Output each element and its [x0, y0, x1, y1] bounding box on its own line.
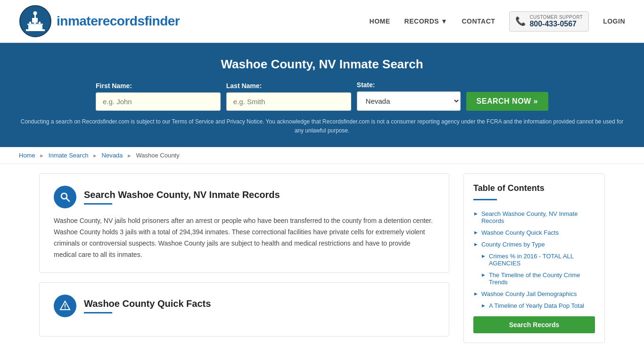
svg-rect-9 [27, 24, 43, 25]
toc-item-4[interactable]: ► Washoe County Jail Demographics [473, 288, 595, 300]
first-name-input[interactable] [96, 92, 221, 111]
section-facts-header: Washoe County Quick Facts [54, 295, 435, 317]
alert-icon-circle [54, 295, 76, 317]
first-name-label: First Name: [96, 82, 221, 90]
last-name-input[interactable] [226, 92, 351, 111]
svg-point-13 [65, 308, 66, 309]
breadcrumb-sep-2: ► [92, 153, 98, 158]
section-facts-title-group: Washoe County Quick Facts [84, 298, 211, 313]
state-select[interactable]: Nevada Alabama Alaska Arizona California [357, 91, 461, 111]
chevron-icon-4: ► [481, 253, 486, 259]
section-search-title-group: Search Washoe County, NV Inmate Records [84, 189, 280, 205]
breadcrumb-current: Washoe County [136, 152, 179, 159]
nav-contact[interactable]: CONTACT [462, 17, 495, 25]
section-search-header: Search Washoe County, NV Inmate Records [54, 186, 435, 208]
chevron-icon-3: ► [473, 241, 479, 247]
alert-icon [59, 300, 71, 312]
state-group: State: Nevada Alabama Alaska Arizona Cal… [357, 81, 461, 111]
toc-item-2[interactable]: ► Washoe County Quick Facts [473, 227, 595, 239]
nav-records[interactable]: RECORDS ▼ [405, 17, 448, 25]
support-label: CUSTOMER SUPPORT [529, 15, 583, 20]
section-search-body: Washoe County, NV jails hold prisoners a… [54, 215, 435, 260]
page-header: inmaterecordsfinder HOME RECORDS ▼ CONTA… [0, 0, 644, 43]
nav-login[interactable]: LOGIN [603, 17, 625, 25]
breadcrumb: Home ► Inmate Search ► Nevada ► Washoe C… [0, 147, 644, 164]
svg-point-8 [33, 11, 37, 15]
nav-home[interactable]: HOME [370, 17, 390, 25]
logo-area: inmaterecordsfinder [19, 5, 180, 38]
sidebar-cta-button[interactable]: Search Records [473, 316, 595, 333]
chevron-icon-5: ► [481, 272, 486, 278]
breadcrumb-nevada[interactable]: Nevada [102, 152, 123, 159]
last-name-group: Last Name: [226, 82, 351, 111]
toc-title: Table of Contents [473, 183, 595, 193]
section-facts-title: Washoe County Quick Facts [84, 298, 211, 309]
search-button[interactable]: SEARCH NOW » [466, 92, 548, 111]
chevron-icon-2: ► [473, 230, 479, 235]
sidebar: Table of Contents ► Search Washoe County… [463, 173, 605, 343]
svg-line-11 [66, 198, 70, 202]
toc-item-1[interactable]: ► Search Washoe County, NV Inmate Record… [473, 208, 595, 227]
content-area: Search Washoe County, NV Inmate Records … [39, 173, 463, 346]
customer-support-box: 📞 CUSTOMER SUPPORT 800-433-0567 [509, 11, 589, 32]
disclaimer-text: Conducting a search on Recordsfinder.com… [19, 117, 625, 135]
chevron-icon-1: ► [473, 211, 479, 216]
hero-section: Washoe County, NV Inmate Search First Na… [0, 43, 644, 147]
svg-rect-2 [26, 29, 45, 31]
search-form: First Name: Last Name: State: Nevada Ala… [96, 81, 548, 111]
state-label: State: [357, 81, 461, 89]
support-number: 800-433-0567 [529, 20, 583, 28]
breadcrumb-home[interactable]: Home [19, 152, 35, 159]
main-content: Search Washoe County, NV Inmate Records … [20, 164, 624, 355]
last-name-label: Last Name: [226, 82, 351, 90]
support-info: CUSTOMER SUPPORT 800-433-0567 [529, 15, 583, 28]
chevron-icon-6: ► [473, 291, 479, 296]
toc-sub-item-3[interactable]: ► A Timeline of Yearly Data Pop Total [473, 300, 595, 312]
search-icon-circle [54, 186, 76, 208]
section-quick-facts: Washoe County Quick Facts [39, 282, 449, 337]
first-name-group: First Name: [96, 82, 221, 111]
chevron-icon-7: ► [481, 303, 486, 308]
section-search: Search Washoe County, NV Inmate Records … [39, 173, 449, 272]
toc-underline [473, 199, 497, 200]
breadcrumb-sep-1: ► [39, 153, 44, 158]
section-search-title: Search Washoe County, NV Inmate Records [84, 189, 280, 200]
breadcrumb-inmate-search[interactable]: Inmate Search [49, 152, 89, 159]
toc-sub-item-2[interactable]: ► The Timeline of the County Crime Trend… [473, 269, 595, 288]
section-facts-underline [84, 312, 112, 313]
hero-title: Washoe County, NV Inmate Search [19, 57, 625, 72]
magnifier-icon [59, 191, 71, 203]
section-title-underline [84, 203, 112, 205]
breadcrumb-sep-3: ► [127, 153, 132, 158]
logo-text: inmaterecordsfinder [57, 14, 180, 29]
headset-icon: 📞 [515, 16, 526, 26]
toc-sub-item-1[interactable]: ► Crimes % in 2016 - TOTAL ALL AGENCIES [473, 250, 595, 269]
chevron-down-icon: ▼ [441, 17, 447, 25]
main-nav: HOME RECORDS ▼ CONTACT 📞 CUSTOMER SUPPOR… [370, 11, 625, 32]
logo-icon [19, 5, 52, 38]
toc-item-3[interactable]: ► County Crimes by Type [473, 239, 595, 250]
